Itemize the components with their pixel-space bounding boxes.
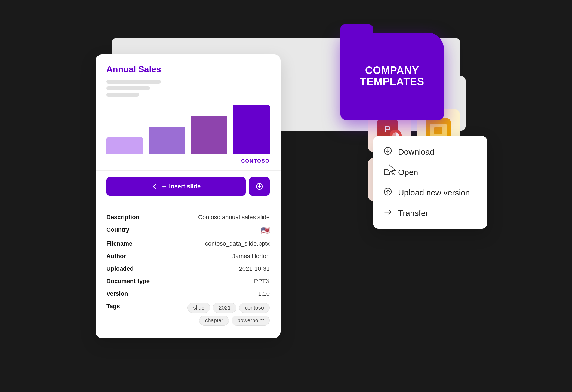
download-icon bbox=[383, 146, 393, 157]
value-description: Contoso annual sales slide bbox=[161, 214, 270, 221]
scene: COMPANYTEMPLATES P bbox=[96, 33, 476, 359]
value-doctype: PPTX bbox=[161, 278, 270, 285]
upload-label: Upload new version bbox=[398, 188, 470, 197]
slides-square bbox=[434, 127, 442, 134]
upload-icon bbox=[383, 187, 393, 198]
insert-slide-label: ← Insert slide bbox=[161, 183, 201, 190]
chart-line-3 bbox=[106, 93, 139, 97]
download-btn-icon bbox=[256, 183, 263, 190]
meta-row-doctype: Document type PPTX bbox=[106, 275, 270, 287]
value-uploaded: 2021-10-31 bbox=[161, 265, 270, 272]
label-version: Version bbox=[106, 290, 155, 297]
tag-contoso[interactable]: contoso bbox=[239, 303, 270, 313]
metadata-table: Description Contoso annual sales slide C… bbox=[96, 202, 281, 338]
context-menu-upload[interactable]: Upload new version bbox=[373, 182, 487, 203]
slides-inner bbox=[430, 124, 447, 137]
label-country: Country bbox=[106, 226, 155, 233]
chart-preview: Annual Sales CONTOSO bbox=[96, 54, 281, 171]
chart-brand: CONTOSO bbox=[106, 158, 270, 164]
label-uploaded: Uploaded bbox=[106, 265, 155, 272]
folder-card: COMPANYTEMPLATES bbox=[340, 33, 444, 120]
open-icon bbox=[383, 167, 393, 177]
value-author: James Horton bbox=[161, 253, 270, 260]
label-doctype: Document type bbox=[106, 278, 155, 285]
tag-slide[interactable]: slide bbox=[187, 303, 210, 313]
detail-card: Annual Sales CONTOSO ← Insert slide bbox=[96, 54, 281, 338]
context-menu-open[interactable]: Open bbox=[373, 162, 487, 182]
open-label: Open bbox=[398, 168, 418, 177]
action-buttons: ← Insert slide bbox=[96, 171, 281, 202]
meta-row-author: Author James Horton bbox=[106, 250, 270, 262]
chart-title: Annual Sales bbox=[106, 64, 270, 74]
context-menu: Download Open Upload new version bbox=[373, 136, 487, 229]
svg-line-2 bbox=[388, 168, 391, 171]
chart-line-2 bbox=[106, 86, 150, 90]
chart-line-1 bbox=[106, 80, 161, 84]
label-tags: Tags bbox=[106, 303, 155, 310]
transfer-label: Transfer bbox=[398, 209, 428, 218]
context-menu-download[interactable]: Download bbox=[373, 142, 487, 162]
folder-label: COMPANYTEMPLATES bbox=[360, 65, 424, 88]
bar-3 bbox=[191, 116, 227, 154]
label-author: Author bbox=[106, 253, 155, 260]
tags-container: slide 2021 contoso chapter powerpoint bbox=[161, 303, 270, 326]
insert-slide-button[interactable]: ← Insert slide bbox=[106, 177, 246, 196]
transfer-icon bbox=[383, 208, 393, 218]
bar-2 bbox=[149, 127, 185, 154]
download-button[interactable] bbox=[249, 177, 270, 196]
folder-tab bbox=[340, 24, 373, 38]
chart-subtitle-lines bbox=[106, 80, 270, 97]
bar-1 bbox=[106, 137, 143, 154]
tag-2021[interactable]: 2021 bbox=[213, 303, 236, 313]
tag-powerpoint[interactable]: powerpoint bbox=[232, 316, 270, 326]
ppt-letter: P bbox=[385, 124, 391, 134]
label-filename: Filename bbox=[106, 240, 155, 247]
value-version: 1.10 bbox=[161, 290, 270, 297]
meta-row-description: Description Contoso annual sales slide bbox=[106, 211, 270, 223]
bar-chart bbox=[106, 105, 270, 154]
meta-row-uploaded: Uploaded 2021-10-31 bbox=[106, 262, 270, 275]
value-filename: contoso_data_slide.pptx bbox=[161, 240, 270, 247]
context-menu-transfer[interactable]: Transfer bbox=[373, 203, 487, 223]
meta-row-version: Version 1.10 bbox=[106, 287, 270, 300]
folder-shape: COMPANYTEMPLATES bbox=[340, 33, 444, 120]
label-description: Description bbox=[106, 214, 155, 221]
meta-row-tags: Tags slide 2021 contoso chapter powerpoi… bbox=[106, 300, 270, 328]
meta-row-filename: Filename contoso_data_slide.pptx bbox=[106, 237, 270, 250]
insert-arrow-icon bbox=[152, 183, 158, 190]
bar-4 bbox=[233, 105, 270, 154]
meta-row-country: Country 🇺🇸 bbox=[106, 223, 270, 237]
value-country: 🇺🇸 bbox=[161, 226, 270, 235]
download-label: Download bbox=[398, 147, 434, 157]
tag-chapter[interactable]: chapter bbox=[199, 316, 229, 326]
